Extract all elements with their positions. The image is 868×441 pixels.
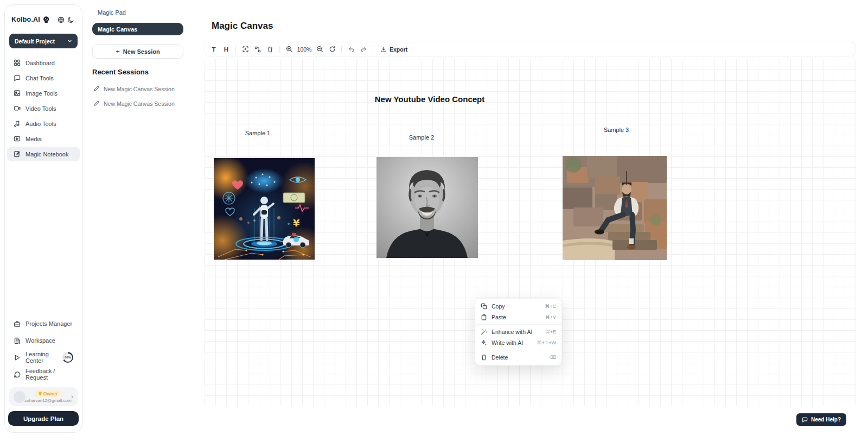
building-icon bbox=[14, 337, 21, 344]
context-menu-label: Paste bbox=[492, 314, 541, 320]
context-menu-shortcut: ⌘+C bbox=[545, 304, 556, 309]
sidebar-item-learning-center[interactable]: Learning Center 66% bbox=[7, 350, 80, 365]
user-account-card[interactable]: ♛ Owner zoharvan12@gmail.com bbox=[9, 387, 78, 406]
session-list-item[interactable]: New Magic Canvas Session bbox=[92, 81, 183, 96]
pencil-icon bbox=[93, 86, 99, 92]
need-help-label: Need Help? bbox=[811, 417, 841, 423]
toolbar-separator bbox=[235, 46, 236, 53]
new-session-label: New Session bbox=[123, 48, 160, 55]
context-menu-shortcut: ⌘+V bbox=[545, 314, 556, 320]
sidebar-item-video-tools[interactable]: Video Tools bbox=[7, 101, 80, 116]
sample-3-label[interactable]: Sample 3 bbox=[589, 127, 643, 133]
session-item-label: New Magic Canvas Session bbox=[104, 86, 175, 92]
avatar bbox=[14, 391, 25, 403]
sidebar-footer-nav: Projects Manager Workspace Learning Cent… bbox=[5, 316, 82, 382]
text-tool-button[interactable]: T bbox=[208, 43, 220, 55]
context-menu-item-copy[interactable]: Copy ⌘+C bbox=[475, 301, 561, 312]
copy-icon bbox=[481, 303, 487, 310]
crown-icon: ♛ bbox=[39, 392, 42, 396]
export-button[interactable]: Export bbox=[376, 43, 411, 55]
canvas-toolbar: T H 100% bbox=[205, 42, 856, 56]
help-chat-icon bbox=[802, 417, 808, 423]
pencil-icon bbox=[93, 100, 99, 106]
context-menu-item-delete[interactable]: Delete ⌫ bbox=[475, 352, 561, 363]
video-camera-icon bbox=[14, 105, 21, 112]
trash-icon bbox=[481, 354, 487, 361]
sidebar-item-chat-tools[interactable]: Chat Tools bbox=[7, 71, 80, 85]
sidebar-item-dashboard[interactable]: Dashboard bbox=[7, 55, 80, 70]
learning-progress-value: 66% bbox=[62, 352, 73, 363]
logo-row: Kolbo.AI bbox=[5, 14, 82, 26]
sidebar-item-media[interactable]: Media bbox=[7, 131, 80, 146]
image-icon bbox=[14, 90, 21, 97]
dark-mode-moon-icon[interactable] bbox=[66, 15, 75, 24]
context-menu-label: Copy bbox=[492, 303, 540, 310]
context-menu-item-enhance-with-ai[interactable]: Enhance with AI ⌘+E bbox=[475, 326, 561, 337]
upgrade-plan-button[interactable]: Upgrade Plan bbox=[8, 411, 79, 426]
select-area-icon[interactable] bbox=[239, 43, 251, 55]
sidebar-item-label: Learning Center bbox=[25, 351, 56, 364]
sidebar-item-image-tools[interactable]: Image Tools bbox=[7, 86, 80, 100]
session-item-label: New Magic Canvas Session bbox=[104, 100, 175, 107]
context-menu-label: Write with AI bbox=[492, 339, 532, 346]
sidebar-item-feedback[interactable]: Feedback / Request bbox=[7, 367, 80, 382]
sidebar-item-label: Projects Manager bbox=[25, 320, 72, 327]
new-session-button[interactable]: + New Session bbox=[92, 44, 183, 59]
need-help-button[interactable]: Need Help? bbox=[796, 413, 846, 426]
sidebar-item-label: Magic Notebook bbox=[25, 151, 69, 158]
session-list-item[interactable]: New Magic Canvas Session bbox=[92, 96, 183, 111]
redo-icon[interactable] bbox=[358, 43, 369, 55]
connector-tool-icon[interactable] bbox=[252, 43, 264, 55]
delete-tool-icon[interactable] bbox=[264, 43, 276, 55]
dashboard-icon bbox=[14, 59, 21, 66]
context-menu: Copy ⌘+C Paste ⌘+V Enhance with AI ⌘+E W… bbox=[475, 298, 562, 366]
export-label: Export bbox=[390, 46, 407, 53]
chat-bubble-icon bbox=[14, 74, 21, 81]
sidebar-item-label: Workspace bbox=[25, 337, 55, 344]
download-icon bbox=[380, 46, 387, 53]
sample-1-label[interactable]: Sample 1 bbox=[231, 130, 285, 136]
play-icon bbox=[14, 354, 21, 361]
plus-icon: + bbox=[116, 48, 120, 55]
paste-clipboard-icon bbox=[481, 314, 487, 320]
context-menu-item-paste[interactable]: Paste ⌘+V bbox=[475, 312, 561, 323]
sidebar-item-workspace[interactable]: Workspace bbox=[7, 333, 80, 348]
canvas-text-title[interactable]: New Youtube Video Concept bbox=[348, 94, 511, 104]
toolbar-separator bbox=[373, 46, 373, 53]
globe-icon[interactable] bbox=[56, 15, 66, 24]
feedback-bubble-icon bbox=[14, 371, 21, 378]
main-area: Magic Canvas T H 100% bbox=[188, 0, 868, 441]
sidebar-item-magic-notebook[interactable]: Magic Notebook bbox=[7, 147, 80, 161]
zoom-in-icon[interactable] bbox=[283, 43, 295, 55]
undo-icon[interactable] bbox=[345, 43, 357, 55]
sidebar-item-audio-tools[interactable]: Audio Tools bbox=[7, 116, 80, 131]
chevron-icon bbox=[71, 395, 74, 399]
reset-view-icon[interactable] bbox=[326, 43, 338, 55]
sidebar-item-label: Image Tools bbox=[25, 90, 58, 97]
session-panel: Magic Pad Magic Canvas + New Session Rec… bbox=[84, 0, 188, 441]
sidebar-item-projects-manager[interactable]: Projects Manager bbox=[7, 316, 80, 331]
sample-1-image[interactable]: ¥ bbox=[214, 158, 315, 260]
sidebar-item-label: Media bbox=[25, 136, 42, 142]
sidebar-item-label: Video Tools bbox=[25, 105, 56, 112]
page-title: Magic Canvas bbox=[212, 21, 273, 32]
sample-3-image[interactable] bbox=[563, 156, 667, 260]
project-selector-label: Default Project bbox=[15, 38, 55, 45]
zoom-out-icon[interactable] bbox=[314, 43, 326, 55]
music-note-icon bbox=[14, 120, 21, 127]
sample-2-label[interactable]: Sample 2 bbox=[394, 134, 449, 141]
tab-magic-canvas[interactable]: Magic Canvas bbox=[92, 23, 183, 35]
heading-tool-button[interactable]: H bbox=[220, 43, 232, 55]
recent-sessions-heading: Recent Sessions bbox=[92, 68, 183, 76]
tab-magic-canvas-label: Magic Canvas bbox=[98, 26, 137, 33]
context-menu-item-write-with-ai[interactable]: Write with AI ⌘+⇧+W bbox=[475, 337, 561, 348]
owner-role-label: Owner bbox=[43, 391, 58, 396]
project-selector[interactable]: Default Project bbox=[9, 34, 78, 48]
tab-magic-pad[interactable]: Magic Pad bbox=[92, 8, 183, 17]
context-menu-label: Enhance with AI bbox=[492, 329, 541, 335]
sample-2-image[interactable] bbox=[376, 157, 478, 258]
toolbar-separator bbox=[279, 46, 280, 53]
magic-wand-icon bbox=[481, 329, 487, 335]
notebook-pen-icon bbox=[14, 150, 21, 158]
owner-role-badge: ♛ Owner bbox=[35, 390, 62, 397]
